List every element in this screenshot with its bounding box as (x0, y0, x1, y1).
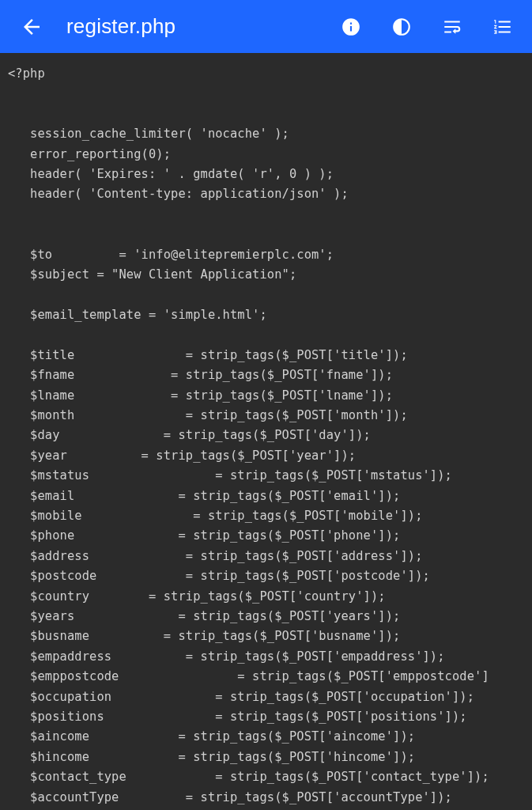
app-toolbar: register.php (0, 0, 532, 53)
line-numbers-button[interactable] (489, 13, 516, 40)
arrow-back-icon (20, 15, 43, 39)
info-icon (341, 17, 361, 37)
theme-button[interactable] (388, 13, 415, 40)
code-viewport[interactable]: <?php session_cache_limiter( 'nocache' )… (0, 53, 532, 810)
back-button[interactable] (16, 11, 47, 43)
toolbar-actions (338, 13, 523, 40)
contrast-icon (391, 17, 412, 37)
page-title: register.php (62, 14, 323, 39)
wrap-button[interactable] (439, 13, 466, 40)
format-list-numbered-icon (492, 17, 513, 37)
wrap-text-icon (442, 17, 462, 37)
info-button[interactable] (338, 13, 364, 40)
